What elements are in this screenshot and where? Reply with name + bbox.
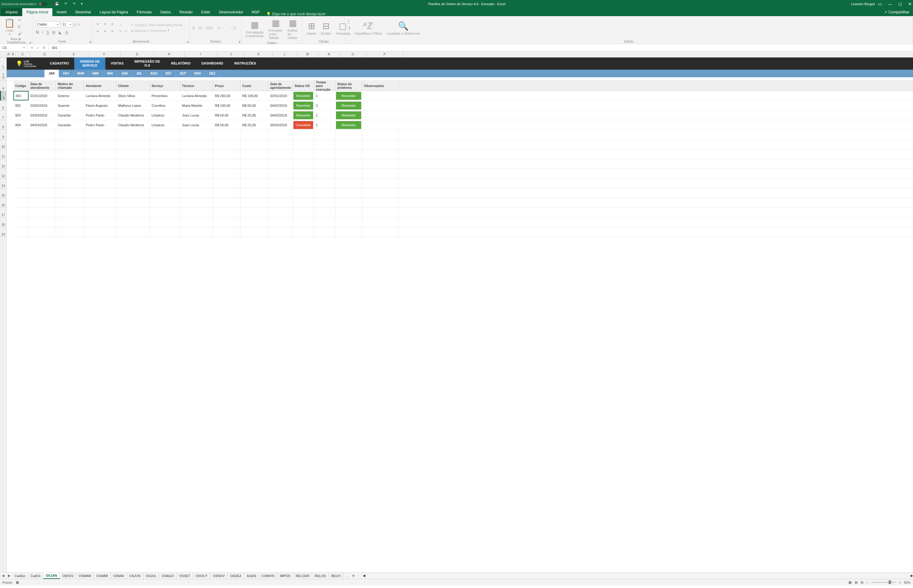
formula-input[interactable]: 001: [49, 46, 60, 50]
format-painter-icon[interactable]: 🖌: [18, 31, 22, 36]
col-header-J[interactable]: J: [217, 52, 245, 57]
cell-codigo[interactable]: 002: [13, 101, 29, 110]
cell-styles-button[interactable]: ▦Estilos de Célula: [286, 17, 300, 41]
row-header-17[interactable]: 17: [0, 208, 6, 218]
increase-font-icon[interactable]: A: [74, 22, 77, 27]
empty-row[interactable]: [13, 159, 913, 169]
row-header-19[interactable]: 19: [0, 227, 6, 237]
month-AGO[interactable]: AGO: [147, 69, 161, 77]
col-header-L[interactable]: L: [273, 52, 297, 57]
autosave-toggle[interactable]: [38, 2, 47, 6]
table-row[interactable]: 001 01/01/2018 Externo Luciana Almeida S…: [13, 91, 913, 101]
sheet-tab-OSJAN[interactable]: OSJAN: [43, 572, 60, 579]
month-MAI[interactable]: MAI: [103, 69, 118, 77]
cell-agen[interactable]: 04/03/2018: [269, 110, 293, 120]
cell-tecnico[interactable]: Joao Lucas: [180, 120, 213, 129]
cell-status[interactable]: Resolvido: [293, 101, 314, 110]
name-box[interactable]: C5▾: [0, 44, 28, 51]
sheet-tab-RELFI[interactable]: RELFI: [329, 572, 343, 579]
cell-agen[interactable]: 02/01/2018: [269, 91, 293, 100]
cell-preco[interactable]: R$ 50,00: [213, 120, 240, 129]
tab-view[interactable]: Exibir: [197, 8, 215, 16]
tab-layout[interactable]: Layout da Página: [95, 8, 132, 16]
cell-codigo[interactable]: 004: [13, 120, 29, 129]
cond-format-button[interactable]: ▦Formatação Condicional: [244, 19, 265, 39]
nav-instruções[interactable]: INSTRUÇÕES: [229, 58, 262, 69]
hscroll-right[interactable]: ▶: [911, 574, 913, 578]
col-header-F[interactable]: F: [88, 52, 120, 57]
col-header-M[interactable]: M: [297, 52, 318, 57]
user-name[interactable]: Leandro Borges: [851, 2, 875, 6]
align-right-icon[interactable]: ≡: [110, 29, 115, 34]
cell-atendente[interactable]: Pedro Paulo: [84, 110, 116, 120]
cell-motivo[interactable]: Garantia: [56, 120, 84, 129]
cell-atendente[interactable]: Luciana Almeida: [84, 91, 116, 100]
col-header-O[interactable]: O: [340, 52, 366, 57]
find-select-button[interactable]: 🔍Localizar e Selecionar: [385, 20, 421, 37]
tab-msp[interactable]: MSP: [248, 8, 264, 16]
month-ABR[interactable]: ABR: [88, 69, 103, 77]
decrease-decimal-icon[interactable]: ←.0: [228, 26, 236, 31]
empty-row[interactable]: [13, 188, 913, 198]
redo-icon[interactable]: ↷: [73, 2, 76, 6]
cell-obs[interactable]: [362, 91, 399, 100]
fx-icon[interactable]: fx: [43, 46, 45, 50]
col-header-A[interactable]: A: [7, 52, 10, 57]
sheet-tab-CadGe[interactable]: CadGe: [12, 572, 28, 579]
col-header-C[interactable]: C: [16, 52, 30, 57]
month-MAR[interactable]: MAR: [74, 69, 88, 77]
tab-review[interactable]: Revisão: [175, 8, 197, 16]
cell-servico[interactable]: Limpeza: [150, 110, 180, 120]
cell-cliente[interactable]: Claudio Medeiros: [116, 110, 150, 120]
insert-cells-button[interactable]: ⊞Inserir: [305, 20, 318, 37]
undo-icon[interactable]: ↶: [65, 2, 67, 6]
tab-draw[interactable]: Desenhar: [71, 8, 95, 16]
month-OUT[interactable]: OUT: [176, 69, 191, 77]
row-header-3[interactable]: 3: [0, 77, 6, 81]
cell-preco[interactable]: R$ 100,00: [213, 101, 240, 110]
tab-data[interactable]: Dados: [156, 8, 175, 16]
row-header-7[interactable]: 7: [0, 110, 6, 120]
align-dialog-icon[interactable]: ◢: [186, 40, 188, 43]
view-page-icon[interactable]: ▤: [855, 580, 858, 584]
bold-button[interactable]: N: [36, 30, 39, 35]
col-header-N[interactable]: N: [318, 52, 340, 57]
align-mid-icon[interactable]: ≡: [102, 21, 108, 27]
sheet-tab-RELOS[interactable]: RELOS: [312, 572, 329, 579]
sheet-tab-OSMAR[interactable]: OSMAR: [76, 572, 94, 579]
sheet-tab-OSMAI[interactable]: OSMAI: [111, 572, 126, 579]
decrease-font-icon[interactable]: A: [78, 23, 80, 26]
month-NOV[interactable]: NOV: [191, 69, 205, 77]
wrap-text-button[interactable]: ↩Quebrar Texto Automaticamente: [131, 23, 183, 27]
merge-center-button[interactable]: ⊟Mesclar e Centralizar▾: [131, 29, 183, 33]
month-SET[interactable]: SET: [161, 69, 176, 77]
nav-relatório[interactable]: RELATÓRIO: [165, 58, 196, 69]
col-header-K[interactable]: K: [245, 52, 273, 57]
cell-custo[interactable]: R$ 50,00: [240, 101, 269, 110]
cell-custo[interactable]: R$ 25,00: [240, 110, 269, 120]
zoom-in-button[interactable]: +: [899, 581, 901, 584]
sheet-tab-OSOUT[interactable]: OSOUT: [193, 572, 210, 579]
accounting-format-icon[interactable]: $: [192, 26, 195, 31]
nav-impressão de o.s[interactable]: IMPRESSÃO DEO.S: [129, 58, 165, 69]
row-header-16[interactable]: 16: [0, 198, 6, 208]
align-top-icon[interactable]: ≡: [95, 21, 100, 27]
empty-row[interactable]: [13, 179, 913, 188]
zoom-out-button[interactable]: −: [866, 581, 868, 584]
sheet-nav-next[interactable]: ▶: [6, 574, 12, 578]
cell-obs[interactable]: [362, 101, 399, 110]
cell-servico[interactable]: Limpeza: [150, 120, 180, 129]
fill-icon[interactable]: ⬇: [348, 26, 351, 31]
maximize-icon[interactable]: ◻: [898, 2, 902, 6]
sheet-tab-OSFEV[interactable]: OSFEV: [60, 572, 76, 579]
macro-icon[interactable]: ▦: [16, 580, 19, 584]
row-header-9[interactable]: 9: [0, 130, 6, 140]
format-table-button[interactable]: ▦Formatar como Tabela: [267, 17, 285, 41]
sheet-tab-IMPOS[interactable]: IMPOS: [277, 572, 293, 579]
zoom-level[interactable]: 90%: [904, 581, 911, 584]
cell-codigo[interactable]: 003: [13, 110, 29, 120]
indent-dec-icon[interactable]: ⇤: [119, 29, 122, 33]
cell-cliente[interactable]: Matheus Lopes: [116, 101, 150, 110]
row-header-4[interactable]: 4: [0, 81, 6, 91]
empty-row[interactable]: [13, 198, 913, 208]
